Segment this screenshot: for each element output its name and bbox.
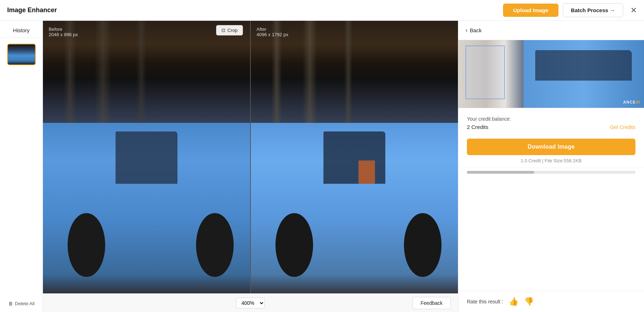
download-image-button[interactable]: Download Image <box>467 139 635 155</box>
rate-label: Rate this result : <box>467 299 503 304</box>
batch-process-button[interactable]: Batch Process → <box>563 3 623 17</box>
crop-icon: ⊡ <box>221 28 225 33</box>
back-label: Back <box>470 27 482 33</box>
credits-count: 2 Credits <box>467 124 488 130</box>
after-panel: After 4096 x 1792 px <box>251 21 458 312</box>
sidebar: History 🗑 Delete All <box>0 21 43 312</box>
chevron-left-icon: ‹ <box>465 27 468 34</box>
image-compare-area: Before 2048 x 896 px ⊡ Crop <box>43 21 458 312</box>
thumbs-down-button[interactable]: 👎 <box>524 297 534 306</box>
rate-section: Rate this result : 👍 👎 <box>458 291 644 312</box>
crop-button[interactable]: ⊡ Crop <box>216 25 243 35</box>
file-info: 1.0 Credit | File Size:558.1KB <box>467 158 635 163</box>
credits-label: Your credit balance: <box>467 116 635 122</box>
app-title: Image Enhancer <box>7 6 57 14</box>
zoom-select[interactable]: 400% 100% 200% 300% 400% <box>236 298 265 308</box>
scrollbar-track[interactable] <box>467 171 635 174</box>
right-panel-header: ‹ Back <box>458 21 644 40</box>
before-panel: Before 2048 x 896 px ⊡ Crop <box>43 21 251 312</box>
thumbnail-image <box>8 44 35 64</box>
feedback-button[interactable]: Feedback <box>413 297 451 309</box>
before-label: Before 2048 x 896 px <box>49 27 78 37</box>
header: Image Enhancer Upload Image Batch Proces… <box>0 0 644 21</box>
scroll-area <box>458 168 644 177</box>
delete-all-button[interactable]: 🗑 Delete All <box>8 301 35 306</box>
zoom-bar: 400% 100% 200% 300% 400% Feedback <box>43 293 458 312</box>
thumbs-down-icon: 👎 <box>524 297 534 306</box>
before-image <box>43 21 250 312</box>
thumbs-up-icon: 👍 <box>509 297 518 306</box>
thumbs-up-button[interactable]: 👍 <box>509 297 518 306</box>
after-label: After 4096 x 1792 px <box>257 27 288 37</box>
header-actions: Upload Image Batch Process → ✕ <box>503 3 637 17</box>
crop-label: Crop <box>228 28 238 33</box>
delete-all-label: Delete All <box>15 301 35 306</box>
scrollbar-thumb[interactable] <box>467 171 534 174</box>
after-image <box>251 21 458 312</box>
credits-section: Your credit balance: 2 Credits Get Credi… <box>458 108 644 135</box>
close-button[interactable]: ✕ <box>630 6 637 15</box>
upload-image-button[interactable]: Upload Image <box>503 4 558 17</box>
trash-icon: 🗑 <box>8 301 13 306</box>
preview-image: ANCE AI <box>458 40 644 108</box>
right-panel: ‹ Back ANCE AI <box>458 21 644 312</box>
right-preview: ANCE AI <box>458 40 644 108</box>
credits-row: 2 Credits Get Credits <box>467 124 635 130</box>
sidebar-footer: 🗑 Delete All <box>8 295 35 312</box>
get-credits-link[interactable]: Get Credits <box>610 124 635 130</box>
download-section: Download Image 1.0 Credit | File Size:55… <box>458 135 644 166</box>
back-button[interactable]: ‹ Back <box>465 27 482 34</box>
main-layout: History 🗑 Delete All Before 2048 x 896 p… <box>0 21 644 312</box>
history-thumbnail[interactable] <box>7 44 36 65</box>
history-label: History <box>0 21 43 38</box>
